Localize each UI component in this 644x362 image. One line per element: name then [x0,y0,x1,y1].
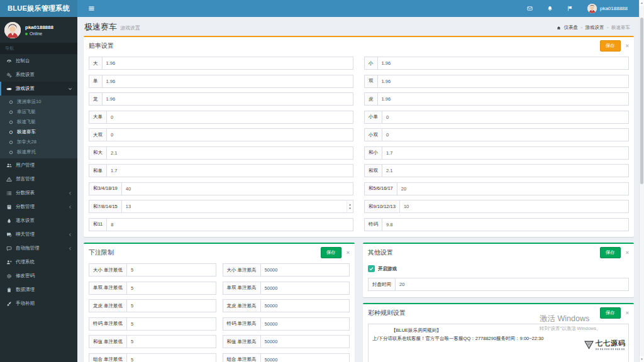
odds-input-xiaoshuang[interactable] [382,128,629,141]
close-icon[interactable]: × [626,310,629,316]
sidebar-item-change-password[interactable]: 修改密码 [0,269,77,283]
odds-field-xiao: 小 [364,57,629,70]
chevron-left-icon [68,233,72,237]
sidebar-item-label: 游戏设置 [16,85,35,92]
breadcrumb-home[interactable]: 仪表盘 [564,25,578,31]
limit-input-longhu-max[interactable] [260,299,350,312]
sidebar-subitem-jianada28[interactable]: 加拿大28 [0,137,77,147]
odds-input-hedan[interactable] [106,164,353,177]
sidebar-item-system-settings[interactable]: 系统设置 [0,68,77,82]
sidebar-item-console[interactable]: 控制台 [0,54,77,68]
number-spinner[interactable]: ▲▼ [347,200,353,213]
odds-field-xiaoshuang: 小双 [364,128,629,141]
sidebar-toggle-button[interactable] [86,0,97,17]
avatar [4,22,21,38]
limit-input-tema-min[interactable] [126,317,216,331]
odds-field-tema: 特码 [364,218,629,231]
odds-input-heda[interactable] [106,146,353,160]
rules-panel-title: 彩种规则设置 [368,309,406,317]
rules-save-button[interactable]: 保存 [600,307,621,319]
scrollbar-thumb[interactable] [640,18,643,184]
limit-input-tema-max[interactable] [260,317,350,331]
odds-input-dan[interactable] [102,75,354,88]
close-icon[interactable]: × [347,250,350,256]
app-logo[interactable]: BLUE娱乐管理系统 [0,0,77,17]
sidebar-item-manual-period[interactable]: 手动补期 [0,297,77,310]
odds-input-dashuang[interactable] [106,128,353,141]
sidebar-item-agent-system[interactable]: 代理系统 [0,255,77,269]
online-dot-icon [25,33,28,35]
odds-input-da[interactable] [102,57,354,70]
odds-input-hexiao[interactable] [382,146,629,160]
home-icon [557,26,561,30]
limit-input-longhu-min[interactable] [126,299,216,312]
menu-icon [88,5,95,12]
sidebar-subitem-xingyunfeiting[interactable]: 幸运飞艇 [0,107,77,117]
close-time-input[interactable] [395,278,629,291]
scrollbar-up-arrow[interactable]: ▲ [640,0,644,6]
sidebar-subitem-aozhou10[interactable]: 澳洲幸运10 [0,97,77,107]
sidebar-subitem-jisusaiche[interactable]: 极速赛车 [0,127,77,137]
sidebar-item-rebate-settings[interactable]: 退水设置 [0,214,77,228]
sidebar-item-mute-management[interactable]: 禁言管理 [0,172,77,186]
limit-field-daxiao-max: 大小 单注最高 [223,263,350,277]
user-menu[interactable]: pka0188888 [587,4,628,13]
odds-input-hu[interactable] [377,92,630,106]
odds-input-long[interactable] [102,92,354,106]
sidebar-item-game-settings[interactable]: 游戏设置 [0,82,77,96]
sidebar-item-autobot-management[interactable]: 自动拖管理 [0,241,77,255]
odds-input-heshuang[interactable] [382,164,629,177]
odds-input-xiao[interactable] [377,57,630,70]
limits-save-button[interactable]: 保存 [321,247,341,258]
odds-input-dadan[interactable] [106,111,353,124]
odds-field-he5-6-16-17: 和5/6/16/17 [364,182,629,195]
limit-input-zuhe-max[interactable] [260,353,350,362]
sidebar-item-data-cleanup[interactable]: 数据清理 [0,283,77,297]
sidebar-item-chat-management[interactable]: 聊天管理 [0,228,77,241]
messages-icon[interactable] [527,6,533,11]
other-save-button[interactable]: 保存 [600,247,621,258]
circle-icon [9,110,13,114]
list-icon [6,190,12,196]
enable-game-checkbox[interactable] [368,265,375,272]
odds-input-he7-8-14-15[interactable] [121,200,347,213]
tasks-flag-icon[interactable] [567,6,573,11]
chevron-left-icon [68,205,72,209]
droplet-icon [6,218,12,224]
sidebar-subitem-jisufeiting[interactable]: 极速飞艇 [0,117,77,127]
limit-input-daxiao-min[interactable] [126,263,216,277]
limit-input-danshuang-max[interactable] [260,282,350,295]
topbar-username: pka0188888 [600,6,628,11]
odds-input-tema[interactable] [382,218,629,231]
odds-field-heda: 和大 [89,146,353,160]
odds-input-he9-10-12-13[interactable] [399,200,629,213]
rules-textarea[interactable]: 【BLUE娱乐房间规则】 上/下分请联系在线客服！官方平台唯一客服QQ：2778… [368,324,629,362]
notifications-icon[interactable] [547,6,553,11]
scrollbar-down-arrow[interactable]: ▼ [640,356,644,362]
sidebar-item-score-report[interactable]: 分数报表 [0,186,77,200]
odds-input-he11[interactable] [106,218,353,231]
limit-input-daxiao-max[interactable] [260,263,350,277]
odds-input-shuang[interactable] [377,75,630,88]
odds-input-he5-6-16-17[interactable] [397,182,629,195]
sidebar-item-user-management[interactable]: 用户管理 [0,158,77,172]
circle-icon [9,140,13,145]
limit-input-hezhi-min[interactable] [126,335,216,348]
odds-save-button[interactable]: 保存 [600,40,621,52]
sidebar-item-score-management[interactable]: 分数管理 [0,200,77,214]
limits-panel-title: 下注限制 [89,248,114,257]
limit-input-hezhi-max[interactable] [260,335,350,348]
breadcrumb-game-settings[interactable]: 游戏设置 [585,25,604,31]
odds-field-heshuang: 和双 [364,164,629,177]
close-icon[interactable]: × [626,250,629,256]
window-scrollbar[interactable]: ▲ ▼ [639,0,644,362]
odds-input-xiaodan[interactable] [382,111,629,124]
sidebar-subitem-jisumotuo[interactable]: 极速摩托 [0,147,77,157]
limit-input-zuhe-min[interactable] [126,353,216,362]
close-icon[interactable]: × [626,43,629,49]
odds-field-dan: 单 [89,75,353,88]
limit-input-danshuang-min[interactable] [126,282,216,295]
odds-input-he3-4-18-19[interactable] [121,182,353,195]
sidebar-user-panel: pka0188888 Online [0,17,77,43]
limit-field-hezhi-max: 和值 单注最高 [223,335,350,348]
